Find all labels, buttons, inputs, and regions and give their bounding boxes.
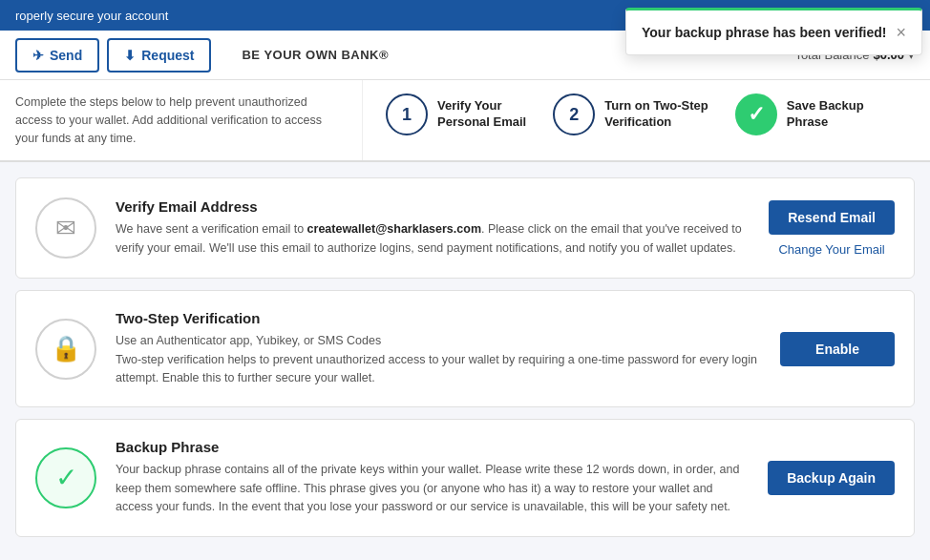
top-bar-text: roperly secure your account <box>15 9 168 23</box>
backup-card-actions: Backup Again <box>768 461 895 495</box>
twostep-card-title: Two-Step Verification <box>116 310 761 326</box>
top-section: Complete the steps below to help prevent… <box>0 80 930 162</box>
toast-notification: Your backup phrase has been verified! × <box>625 8 922 55</box>
twostep-card-actions: Enable <box>780 332 895 366</box>
request-button[interactable]: ⬇ Request <box>107 38 211 73</box>
backup-icon-wrap: ✓ <box>35 447 96 508</box>
email-icon-wrap: ✉ <box>35 197 96 259</box>
twostep-card-desc: Use an Authenticator app, Yubikey, or SM… <box>116 332 761 387</box>
description-text: Complete the steps below to help prevent… <box>15 95 322 145</box>
step-2-label: Turn on Two-StepVerification <box>604 98 708 131</box>
step-1-number: 1 <box>402 105 412 125</box>
enable-twostep-button[interactable]: Enable <box>780 332 895 366</box>
step-3-checkmark-icon: ✓ <box>748 102 765 127</box>
backup-again-button[interactable]: Backup Again <box>768 461 895 495</box>
step-1: 1 Verify YourPersonal Email <box>386 93 526 135</box>
send-label: Send <box>50 48 82 63</box>
email-card-title: Verify Email Address <box>116 198 750 215</box>
toast-close-button[interactable]: × <box>896 24 906 41</box>
backup-checkmark-icon: ✓ <box>55 462 77 493</box>
email-card-body: Verify Email Address We have sent a veri… <box>116 198 750 258</box>
toast-message: Your backup phrase has been verified! <box>642 25 886 40</box>
step-3: ✓ Save BackupPhrase <box>735 93 864 135</box>
twostep-icon-wrap: 🔒 <box>35 319 96 380</box>
brand-label: BE YOUR OWN BANK® <box>242 48 389 62</box>
backup-card: ✓ Backup Phrase Your backup phrase conta… <box>15 419 915 536</box>
email-icon: ✉ <box>55 214 76 243</box>
description-section: Complete the steps below to help prevent… <box>0 80 363 160</box>
main-content: ✉ Verify Email Address We have sent a ve… <box>0 162 930 551</box>
step-2-circle: 2 <box>553 93 595 135</box>
change-email-button[interactable]: Change Your Email <box>778 242 884 257</box>
send-button[interactable]: ✈ Send <box>15 38 99 73</box>
steps-section: 1 Verify YourPersonal Email 2 Turn on Tw… <box>363 80 887 149</box>
twostep-card: 🔒 Two-Step Verification Use an Authentic… <box>15 290 915 407</box>
email-card: ✉ Verify Email Address We have sent a ve… <box>15 177 915 279</box>
step-3-label: Save BackupPhrase <box>787 98 864 131</box>
backup-card-desc: Your backup phrase contains all of the p… <box>116 461 749 516</box>
step-1-circle: 1 <box>386 93 428 135</box>
step-1-label: Verify YourPersonal Email <box>437 98 526 131</box>
twostep-card-body: Two-Step Verification Use an Authenticat… <box>116 310 761 387</box>
step-2-number: 2 <box>569 105 579 125</box>
send-icon: ✈ <box>32 48 44 63</box>
email-card-actions: Resend Email Change Your Email <box>769 200 895 257</box>
request-label: Request <box>141 48 194 63</box>
resend-email-button[interactable]: Resend Email <box>769 200 895 235</box>
lock-icon: 🔒 <box>51 334 81 363</box>
step-3-circle: ✓ <box>735 93 777 135</box>
step-2: 2 Turn on Two-StepVerification <box>553 93 708 135</box>
backup-card-body: Backup Phrase Your backup phrase contain… <box>116 439 749 516</box>
backup-card-title: Backup Phrase <box>116 439 749 455</box>
email-card-desc: We have sent a verification email to cre… <box>116 220 750 258</box>
request-icon: ⬇ <box>124 48 136 63</box>
